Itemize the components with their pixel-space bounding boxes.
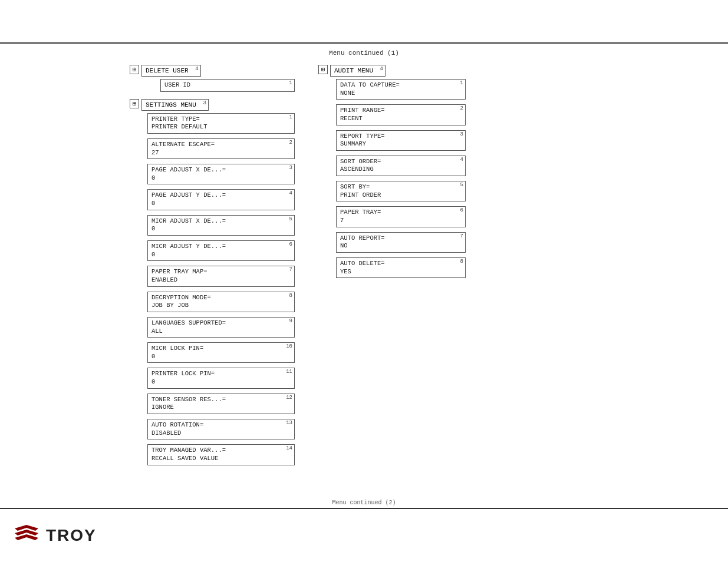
- item-number: 13: [286, 420, 292, 426]
- settings-item: 6 MICR ADJUST Y DE...=0: [147, 240, 295, 261]
- item-text: AUTO DELETE=YES: [340, 260, 385, 275]
- audit-item: 7 AUTO REPORT=NO: [336, 232, 466, 253]
- page-title: Menu continued (1): [12, 49, 716, 57]
- audit-item: 1 DATA TO CAPTURE=NONE: [336, 79, 466, 100]
- columns-wrapper: ⊞ DELETE USER 4 USER ID 1 ⊞ SETTINGS MEN…: [12, 65, 716, 468]
- item-text: MICR ADJUST Y DE...=0: [151, 243, 226, 258]
- item-text: PRINTER TYPE=PRINTER DEFAULT: [151, 115, 207, 131]
- audit-item: 4 SORT ORDER=ASCENDING: [336, 156, 466, 176]
- audit-menu-box: AUDIT MENU 4: [330, 65, 386, 77]
- item-text: PRINTER LOCK PIN=0: [151, 370, 215, 385]
- item-text: PAPER TRAY MAP=ENABLED: [151, 268, 207, 283]
- item-number: 2: [289, 140, 292, 146]
- settings-item: 13 AUTO ROTATION=DISABLED: [147, 419, 295, 439]
- item-text: REPORT TYPE=SUMMARY: [340, 133, 385, 148]
- item-number: 14: [286, 445, 292, 451]
- item-text: PAGE ADJUST X DE...=0: [151, 166, 226, 181]
- settings-menu-label: SETTINGS MENU: [146, 101, 196, 108]
- item-text: DECRYPTION MODE=JOB BY JOB: [151, 294, 211, 309]
- item-number: 5: [289, 216, 292, 222]
- item-text: LANGUAGES SUPPORTED=ALL: [151, 319, 226, 335]
- item-number: 1: [460, 80, 463, 86]
- item-text: TONER SENSOR RES...=IGNORE: [151, 396, 226, 411]
- user-id-group: USER ID 1: [160, 79, 295, 94]
- audit-item: 8 AUTO DELETE=YES: [336, 257, 466, 278]
- item-number: 1: [289, 114, 292, 120]
- item-number: 4: [460, 157, 463, 163]
- audit-menu-number: 4: [380, 66, 383, 72]
- bottom-page-note: Menu continued (2): [332, 500, 396, 506]
- item-number: 6: [460, 207, 463, 213]
- delete-user-icon: ⊞: [130, 65, 139, 74]
- user-id-box: USER ID 1: [160, 79, 295, 92]
- main-content: Menu continued (1) ⊞ DELETE USER 4 USER …: [0, 44, 728, 508]
- delete-user-header: ⊞ DELETE USER 4: [130, 65, 295, 77]
- delete-user-box: DELETE USER 4: [141, 65, 201, 77]
- item-text: PRINT RANGE=RECENT: [340, 107, 385, 122]
- settings-item: 3 PAGE ADJUST X DE...=0: [147, 164, 295, 184]
- settings-item: 14 TROY MANAGED VAR...=RECALL SAVED VALU…: [147, 444, 295, 465]
- settings-menu-header: ⊞ SETTINGS MENU 3: [130, 99, 295, 111]
- troy-brand-name: TROY: [46, 526, 97, 545]
- item-text: TROY MANAGED VAR...=RECALL SAVED VALUE: [151, 447, 226, 462]
- item-text: DATA TO CAPTURE=NONE: [340, 81, 400, 97]
- settings-item: 7 PAPER TRAY MAP=ENABLED: [147, 266, 295, 286]
- item-number: 7: [289, 267, 292, 273]
- settings-item: 1 PRINTER TYPE=PRINTER DEFAULT: [147, 113, 295, 134]
- settings-menu-box: SETTINGS MENU 3: [141, 99, 209, 111]
- user-id-label: USER ID: [164, 81, 190, 88]
- item-number: 3: [460, 131, 463, 137]
- item-text: MICR LOCK PIN=0: [151, 345, 203, 360]
- item-number: 9: [289, 318, 292, 324]
- settings-item: 10 MICR LOCK PIN=0: [147, 342, 295, 363]
- settings-menu-icon: ⊞: [130, 99, 139, 108]
- troy-logo-icon: [12, 524, 41, 547]
- footer-logo: TROY: [12, 524, 97, 547]
- item-number: 7: [460, 233, 463, 239]
- settings-item: 5 MICR ADJUST X DE...=0: [147, 215, 295, 236]
- right-column: ⊞ AUDIT MENU 4 1 DATA TO CAPTURE=NONE 2 …: [318, 65, 466, 468]
- item-text: PAPER TRAY=7: [340, 209, 381, 224]
- settings-item: 12 TONER SENSOR RES...=IGNORE: [147, 394, 295, 414]
- settings-item: 8 DECRYPTION MODE=JOB BY JOB: [147, 292, 295, 312]
- item-text: AUTO ROTATION=DISABLED: [151, 421, 203, 437]
- item-text: ALTERNATE ESCAPE=27: [151, 141, 215, 156]
- item-number: 2: [460, 105, 463, 111]
- user-id-number: 1: [289, 80, 292, 86]
- delete-user-label: DELETE USER: [146, 67, 189, 74]
- item-number: 6: [289, 242, 292, 247]
- settings-menu-number: 3: [203, 100, 206, 106]
- audit-items: 1 DATA TO CAPTURE=NONE 2 PRINT RANGE=REC…: [336, 79, 466, 280]
- footer: TROY: [0, 509, 728, 562]
- left-column: ⊞ DELETE USER 4 USER ID 1 ⊞ SETTINGS MEN…: [130, 65, 295, 468]
- audit-item: 2 PRINT RANGE=RECENT: [336, 104, 466, 125]
- audit-menu-label: AUDIT MENU: [334, 67, 373, 74]
- item-number: 11: [286, 369, 292, 375]
- audit-menu-header: ⊞ AUDIT MENU 4: [318, 65, 466, 77]
- settings-item: 4 PAGE ADJUST Y DE...=0: [147, 189, 295, 210]
- settings-items: 1 PRINTER TYPE=PRINTER DEFAULT 2 ALTERNA…: [147, 113, 295, 468]
- item-text: PAGE ADJUST Y DE...=0: [151, 191, 226, 207]
- item-number: 8: [460, 259, 463, 265]
- settings-item: 11 PRINTER LOCK PIN=0: [147, 368, 295, 388]
- item-text: SORT BY=PRINT ORDER: [340, 183, 381, 199]
- delete-user-number: 4: [195, 66, 198, 72]
- item-number: 4: [289, 190, 292, 196]
- item-number: 5: [460, 182, 463, 188]
- audit-item: 5 SORT BY=PRINT ORDER: [336, 181, 466, 201]
- settings-item: 2 ALTERNATE ESCAPE=27: [147, 138, 295, 159]
- item-number: 12: [286, 395, 292, 401]
- settings-item: 9 LANGUAGES SUPPORTED=ALL: [147, 317, 295, 338]
- audit-menu-icon: ⊞: [318, 65, 328, 74]
- item-number: 10: [286, 343, 292, 349]
- audit-item: 6 PAPER TRAY=7: [336, 206, 466, 227]
- item-number: 3: [289, 165, 292, 171]
- item-text: AUTO REPORT=NO: [340, 234, 385, 250]
- item-text: SORT ORDER=ASCENDING: [340, 158, 381, 173]
- item-text: MICR ADJUST X DE...=0: [151, 217, 226, 233]
- item-number: 8: [289, 293, 292, 299]
- audit-item: 3 REPORT TYPE=SUMMARY: [336, 130, 466, 151]
